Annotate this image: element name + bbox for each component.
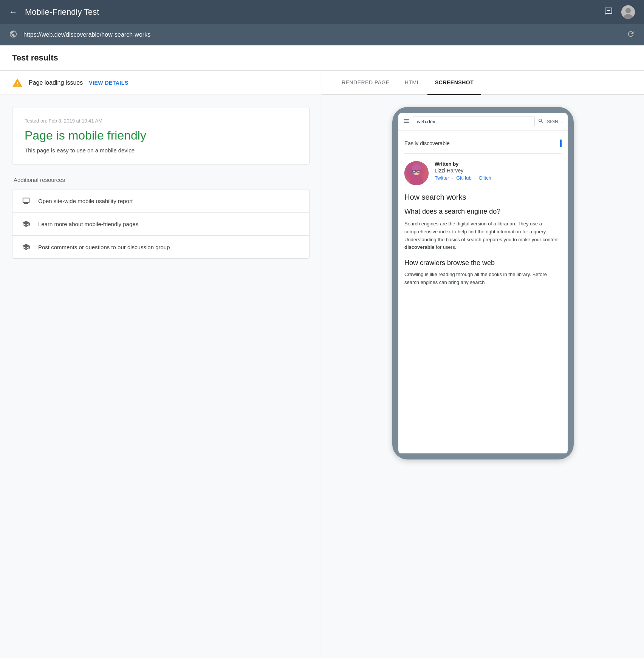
resource-item-discuss[interactable]: Post comments or questions to our discus… (12, 236, 309, 258)
tested-on-text: Tested on: Feb 8, 2019 at 10:41 AM (25, 118, 297, 124)
globe-icon (9, 30, 17, 40)
url-input[interactable] (23, 31, 621, 38)
result-card: Tested on: Feb 8, 2019 at 10:41 AM Page … (12, 107, 310, 164)
phone-paragraph-1: Search engines are the digital version o… (404, 220, 562, 251)
hamburger-icon (403, 118, 410, 126)
refresh-icon[interactable] (627, 30, 635, 40)
resource-text-discuss: Post comments or questions to our discus… (38, 244, 170, 250)
github-link[interactable]: GitHub (456, 175, 471, 181)
glitch-link[interactable]: Glitch (479, 175, 491, 181)
back-button[interactable]: ← (9, 7, 17, 17)
phone-browser-bar: web.dev SIGN ... (398, 113, 568, 130)
link-sep-1: · (452, 175, 454, 181)
resource-text-learn: Learn more about mobile-friendly pages (38, 221, 138, 227)
right-panel: Rendered page HTML SCREENSHOT (322, 71, 644, 658)
link-sep-2: · (474, 175, 476, 181)
discuss-icon (22, 242, 31, 251)
feedback-icon (604, 7, 613, 18)
tab-screenshot[interactable]: SCREENSHOT (427, 70, 481, 95)
warning-text: Page loading issues (29, 79, 83, 86)
mobile-friendly-title: Page is mobile friendly (25, 128, 297, 143)
phone-heading-1: How search works (404, 193, 562, 202)
phone-content: Easily discoverable (398, 130, 568, 293)
back-icon: ← (9, 7, 17, 17)
tabs-bar: Rendered page HTML SCREENSHOT (322, 71, 644, 95)
tab-html[interactable]: HTML (397, 70, 427, 95)
feedback-button[interactable] (602, 5, 615, 19)
page-title: Test results (12, 53, 58, 62)
svg-point-2 (625, 8, 631, 13)
phone-heading-3: How crawlers browse the web (404, 259, 562, 267)
phone-url-display: web.dev (413, 116, 535, 127)
section-line (560, 140, 562, 147)
phone-container: web.dev SIGN ... Easily discoverable (322, 95, 644, 472)
phone-mockup: web.dev SIGN ... Easily discoverable (392, 107, 574, 459)
view-details-link[interactable]: VIEW DETAILS (89, 80, 128, 86)
author-links: Twitter · GitHub · Glitch (435, 175, 562, 181)
app-header: ← Mobile-Friendly Test (0, 0, 644, 24)
author-section: Written by Lizzi Harvey Twitter · GitHub… (404, 161, 562, 185)
mobile-friendly-desc: This page is easy to use on a mobile dev… (25, 147, 297, 154)
resource-item-usability[interactable]: Open site-wide mobile usability report (12, 189, 309, 213)
monitor-icon (22, 196, 31, 205)
header-actions (602, 5, 635, 19)
phone-screen: web.dev SIGN ... Easily discoverable (398, 113, 568, 453)
url-bar (0, 24, 644, 45)
app-title: Mobile-Friendly Test (25, 7, 602, 17)
twitter-link[interactable]: Twitter (435, 175, 449, 181)
resource-text-usability: Open site-wide mobile usability report (38, 198, 133, 204)
main-title-bar: Test results (0, 45, 644, 71)
resource-item-learn[interactable]: Learn more about mobile-friendly pages (12, 213, 309, 236)
learn-icon (22, 219, 31, 228)
author-avatar (404, 161, 429, 185)
warning-bar: Page loading issues VIEW DETAILS (0, 71, 322, 95)
left-panel-content: Tested on: Feb 8, 2019 at 10:41 AM Page … (0, 95, 322, 271)
author-info: Written by Lizzi Harvey Twitter · GitHub… (435, 161, 562, 181)
phone-search-icon (538, 118, 544, 126)
phone-section-label: Easily discoverable (404, 137, 562, 154)
written-by-label: Written by (435, 161, 562, 167)
additional-resources-title: Additional resources (12, 177, 310, 183)
phone-sign-in-button: SIGN ... (547, 119, 563, 124)
resources-card: Open site-wide mobile usability report L… (12, 189, 310, 259)
content-split: Page loading issues VIEW DETAILS Tested … (0, 71, 644, 658)
tab-rendered-page[interactable]: Rendered page (334, 70, 397, 95)
user-avatar[interactable] (621, 5, 635, 19)
phone-paragraph-2: Crawling is like reading through all the… (404, 271, 562, 287)
left-panel: Page loading issues VIEW DETAILS Tested … (0, 71, 322, 658)
svg-rect-0 (607, 10, 610, 11)
author-name: Lizzi Harvey (435, 168, 562, 174)
phone-heading-2: What does a search engine do? (404, 208, 562, 216)
warning-icon (12, 78, 23, 88)
